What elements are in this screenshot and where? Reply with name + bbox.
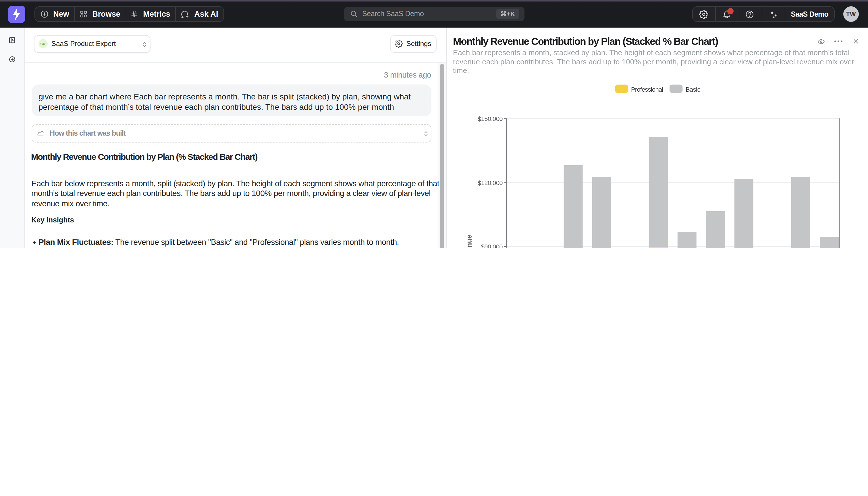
svg-text:Basic: Basic xyxy=(685,86,700,93)
svg-text:$120,000: $120,000 xyxy=(477,179,502,186)
svg-text:$150,000: $150,000 xyxy=(477,115,502,122)
svg-text:% of Monthly Revenue: % of Monthly Revenue xyxy=(465,235,473,248)
svg-text:Professional: Professional xyxy=(631,86,663,93)
svg-text:$90,000: $90,000 xyxy=(481,243,503,248)
